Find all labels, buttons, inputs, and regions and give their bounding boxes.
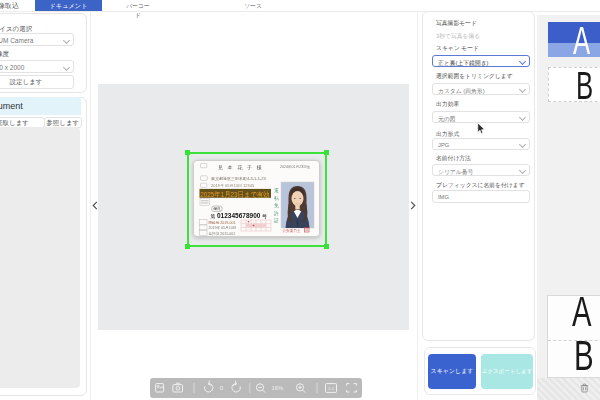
svg-text:16%: 16% [272,385,284,391]
svg-text:1:1: 1:1 [328,386,335,391]
